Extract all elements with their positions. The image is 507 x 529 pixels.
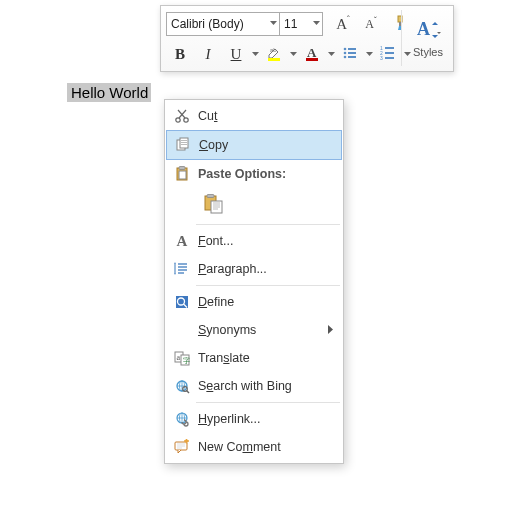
menu-item-font[interactable]: A Font... [166, 227, 342, 255]
menu-item-copy[interactable]: Copy [166, 130, 342, 160]
chevron-down-icon[interactable] [313, 21, 320, 28]
font-size-text: 11 [284, 17, 297, 31]
svg-rect-27 [179, 167, 185, 170]
bullets-button[interactable] [336, 41, 364, 67]
copy-icon [171, 137, 195, 153]
font-color-button[interactable]: A [298, 41, 326, 67]
translate-icon: a 字 [170, 350, 194, 366]
underline-icon: U [231, 46, 242, 63]
new-comment-icon [170, 439, 194, 455]
svg-rect-16 [385, 52, 394, 54]
menu-label: Cut [194, 109, 336, 123]
svg-text:字: 字 [183, 357, 190, 365]
clipboard-icon [170, 166, 194, 182]
menu-item-cut[interactable]: Cut [166, 102, 342, 130]
mini-toolbar: Calibri (Body) 11 Aˆ Aˇ [160, 5, 454, 72]
menu-label: Paragraph... [194, 262, 336, 276]
menu-label: Copy [195, 138, 335, 152]
menu-label: Paste Options: [194, 167, 336, 181]
menu-item-synonyms[interactable]: Synonyms [166, 316, 342, 344]
highlight-button[interactable]: ab [260, 41, 288, 67]
svg-text:A: A [417, 19, 430, 39]
svg-rect-28 [179, 171, 186, 179]
menu-item-paragraph[interactable]: Paragraph... [166, 255, 342, 283]
bullets-icon [342, 45, 358, 64]
svg-rect-25 [181, 144, 187, 145]
define-icon [170, 294, 194, 310]
svg-rect-8 [348, 48, 356, 50]
font-name-text: Calibri (Body) [171, 17, 244, 31]
font-name-combo[interactable]: Calibri (Body) [166, 12, 280, 36]
menu-label: New Comment [194, 440, 336, 454]
toolbar-row-1: Calibri (Body) 11 Aˆ Aˇ [166, 10, 448, 38]
menu-item-translate[interactable]: a 字 Translate [166, 344, 342, 372]
paste-keep-source-button[interactable] [199, 191, 229, 219]
styles-gallery-button[interactable]: A Styles [401, 10, 448, 66]
font-dialog-icon: A [170, 233, 194, 250]
svg-text:3: 3 [380, 55, 383, 61]
paste-options-row [166, 188, 342, 222]
separator [196, 285, 340, 286]
svg-point-19 [176, 118, 180, 122]
svg-text:A: A [307, 45, 317, 60]
numbering-button[interactable]: 1 2 3 [374, 41, 402, 67]
hyperlink-icon [170, 411, 194, 427]
styles-icon: A [415, 19, 441, 44]
menu-paste-options-heading: Paste Options: [166, 160, 342, 188]
scissors-icon [170, 108, 194, 124]
svg-rect-10 [348, 52, 356, 54]
svg-point-20 [184, 118, 188, 122]
menu-label: Search with Bing [194, 379, 336, 393]
svg-rect-12 [348, 56, 356, 58]
shrink-font-icon: Aˇ [365, 17, 376, 32]
underline-dropdown[interactable] [250, 42, 260, 66]
chevron-down-icon[interactable] [270, 21, 277, 28]
svg-point-7 [344, 47, 347, 50]
separator [196, 224, 340, 225]
svg-rect-6 [306, 58, 318, 61]
font-color-icon: A [304, 45, 320, 64]
menu-label: Translate [194, 351, 336, 365]
svg-text:a: a [177, 353, 181, 362]
styles-label: Styles [413, 46, 443, 58]
menu-item-define[interactable]: Define [166, 288, 342, 316]
font-size-combo[interactable]: 11 [280, 12, 323, 36]
menu-label: Synonyms [194, 323, 336, 337]
svg-rect-30 [207, 194, 214, 197]
highlight-dropdown[interactable] [288, 42, 298, 66]
menu-item-new-comment[interactable]: New Comment [166, 433, 342, 461]
svg-rect-18 [385, 57, 394, 59]
svg-rect-4 [268, 58, 280, 61]
font-color-dropdown[interactable] [326, 42, 336, 66]
italic-button[interactable]: I [194, 41, 222, 67]
selected-text[interactable]: Hello World [67, 83, 151, 102]
menu-label: Font... [194, 234, 336, 248]
submenu-arrow-icon [328, 323, 334, 337]
separator [196, 402, 340, 403]
menu-item-hyperlink[interactable]: Hyperlink... [166, 405, 342, 433]
underline-button[interactable]: U [222, 41, 250, 67]
bullets-dropdown[interactable] [364, 42, 374, 66]
bold-button[interactable]: B [166, 41, 194, 67]
highlighter-icon: ab [266, 45, 282, 64]
grow-font-icon: Aˆ [336, 16, 350, 33]
svg-text:ab: ab [270, 47, 277, 53]
svg-point-11 [344, 55, 347, 58]
svg-rect-24 [181, 142, 187, 143]
grow-font-button[interactable]: Aˆ [329, 11, 357, 37]
paste-option-icon [204, 194, 224, 217]
svg-rect-23 [181, 140, 187, 141]
paragraph-icon [170, 261, 194, 277]
shrink-font-button[interactable]: Aˇ [357, 11, 385, 37]
numbering-icon: 1 2 3 [380, 45, 396, 64]
svg-rect-14 [385, 47, 394, 49]
context-menu: Cut Copy Paste Options: [164, 99, 344, 464]
svg-point-9 [344, 51, 347, 54]
search-icon [170, 378, 194, 394]
menu-label: Define [194, 295, 336, 309]
menu-label: Hyperlink... [194, 412, 336, 426]
menu-item-search-bing[interactable]: Search with Bing [166, 372, 342, 400]
